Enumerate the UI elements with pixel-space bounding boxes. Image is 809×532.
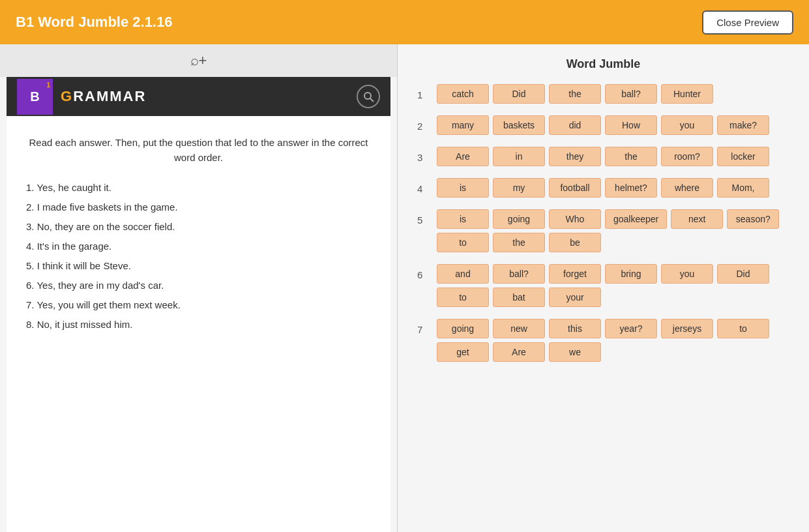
questions-container: 1catchDidtheball?Hunter2manybasketsdidHo… [417,84,789,362]
word-grid: catchDidtheball?Hunter [437,84,789,104]
logo-text: B [30,89,39,104]
word-tile[interactable]: to [437,288,489,307]
word-tile[interactable]: Mom, [717,178,769,198]
word-tile[interactable]: bat [493,288,545,307]
answer-item: 5. I think it will be Steve. [26,256,371,276]
word-tile[interactable]: year? [605,319,657,338]
grammar-header: B 1 GRAMMAR [7,77,390,116]
question-number: 4 [417,178,430,194]
word-tile[interactable]: Are [437,147,489,166]
svg-point-0 [364,93,371,99]
answer-item: 8. No, it just missed him. [26,315,371,334]
question-block: 6andball?forgetbringyouDidtobatyour [417,264,789,307]
word-tile[interactable]: bring [605,264,657,284]
word-tile[interactable]: and [437,264,489,284]
word-grid: manybasketsdidHowyoumake? [437,115,789,135]
word-tile[interactable]: going [437,319,489,338]
word-grid: andball?forgetbringyouDidtobatyour [437,264,789,307]
word-tile[interactable]: baskets [493,115,545,135]
question-number: 3 [417,147,430,163]
word-tile[interactable]: get [437,342,489,362]
word-tile[interactable]: the [493,233,545,252]
word-tile[interactable]: my [493,178,545,198]
grammar-g: G [61,88,73,104]
word-tile[interactable]: in [493,147,545,166]
answer-list: 1. Yes, he caught it.2. I made five bask… [7,178,390,334]
word-tile[interactable]: helmet? [605,178,657,198]
left-panel: ⌕+ B 1 GRAMMAR [0,44,398,532]
word-grid: Areintheytheroom?locker [437,147,789,166]
question-number: 5 [417,209,430,226]
answer-item: 4. It's in the garage. [26,237,371,256]
word-tile[interactable]: goalkeeper [605,209,667,229]
app-title: B1 Word Jumble 2.1.16 [16,14,172,31]
word-tile[interactable]: be [549,233,601,252]
word-tile[interactable]: new [493,319,545,338]
left-scroll-area[interactable]: B 1 GRAMMAR Read each answer. Then, put … [7,77,390,532]
word-tile[interactable]: is [437,209,489,229]
question-block: 3Areintheytheroom?locker [417,147,789,166]
word-tile[interactable]: catch [437,84,489,104]
word-tile[interactable]: make? [717,115,769,135]
word-tile[interactable]: ball? [493,264,545,284]
right-panel[interactable]: Word Jumble 1catchDidtheball?Hunter2many… [398,44,809,532]
word-tile[interactable]: to [437,233,489,252]
main-layout: ⌕+ B 1 GRAMMAR [0,44,809,532]
word-tile[interactable]: the [549,84,601,104]
word-tile[interactable]: they [549,147,601,166]
question-block: 2manybasketsdidHowyoumake? [417,115,789,135]
section-title: Word Jumble [417,57,789,71]
instructions-text: Read each answer. Then, put the question… [7,129,390,178]
word-tile[interactable]: the [605,147,657,166]
word-tile[interactable]: going [493,209,545,229]
word-tile[interactable]: How [605,115,657,135]
question-block: 4ismyfootballhelmet?whereMom, [417,178,789,198]
question-number: 6 [417,264,430,280]
word-tile[interactable]: we [549,342,601,362]
question-block: 5isgoingWhogoalkeepernextseason?tothebe [417,209,789,252]
word-tile[interactable]: you [661,264,713,284]
word-tile[interactable]: is [437,178,489,198]
grammar-search-icon[interactable] [357,85,380,108]
word-tile[interactable]: next [671,209,723,229]
word-grid: isgoingWhogoalkeepernextseason?tothebe [437,209,789,252]
question-number: 7 [417,319,430,335]
word-tile[interactable]: many [437,115,489,135]
word-grid: goingnewthisyear?jerseystogetArewe [437,319,789,362]
right-content: Word Jumble 1catchDidtheball?Hunter2many… [398,44,809,393]
word-tile[interactable]: season? [727,209,779,229]
word-tile[interactable]: jerseys [661,319,713,338]
word-grid: ismyfootballhelmet?whereMom, [437,178,789,198]
svg-line-1 [370,98,374,102]
word-tile[interactable]: where [661,178,713,198]
word-tile[interactable]: Did [493,84,545,104]
word-tile[interactable]: Are [493,342,545,362]
zoom-icon[interactable]: ⌕+ [190,52,207,69]
word-tile[interactable]: room? [661,147,713,166]
answer-item: 2. I made five baskets in the game. [26,198,371,217]
word-tile[interactable]: to [717,319,769,338]
word-tile[interactable]: ball? [605,84,657,104]
word-tile[interactable]: you [661,115,713,135]
word-tile[interactable]: forget [549,264,601,284]
word-tile[interactable]: did [549,115,601,135]
answer-item: 7. Yes, you will get them next week. [26,295,371,315]
word-tile[interactable]: your [549,288,601,307]
close-preview-button[interactable]: Close Preview [702,10,793,35]
word-tile[interactable]: this [549,319,601,338]
word-tile[interactable]: Who [549,209,601,229]
question-number: 2 [417,115,430,132]
answer-item: 6. Yes, they are in my dad's car. [26,276,371,295]
logo-sub: 1 [46,81,50,89]
grammar-rammar: RAMMAR [73,88,146,104]
word-tile[interactable]: football [549,178,601,198]
question-block: 1catchDidtheball?Hunter [417,84,789,104]
question-block: 7goingnewthisyear?jerseystogetArewe [417,319,789,362]
word-tile[interactable]: locker [717,147,769,166]
word-tile[interactable]: Hunter [661,84,713,104]
answer-item: 1. Yes, he caught it. [26,178,371,198]
word-tile[interactable]: Did [717,264,769,284]
grammar-card: B 1 GRAMMAR Read each answer. Then, put … [7,77,390,347]
answer-item: 3. No, they are on the soccer field. [26,217,371,237]
grammar-title: GRAMMAR [61,88,146,105]
